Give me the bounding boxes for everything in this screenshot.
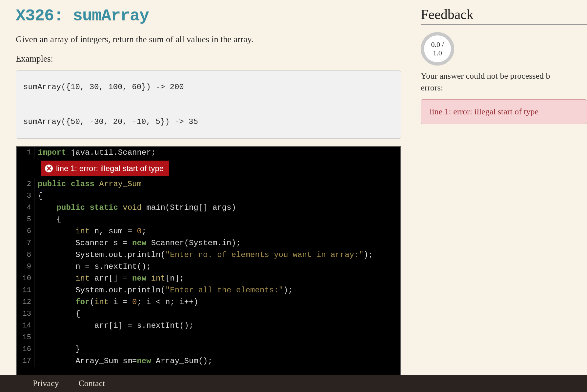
line-number: 10 [17,273,34,284]
code-editor[interactable]: 1import java.util.Scanner;line 1: error:… [16,146,401,382]
code-content[interactable]: Array_Sum sm=new Array_Sum(); [34,355,400,367]
code-content[interactable]: n = s.nextInt(); [34,261,400,273]
code-line[interactable]: 1import java.util.Scanner; [17,147,400,159]
examples-label: Examples: [16,54,401,64]
feedback-message-line1: Your answer could not be processed b [421,71,550,81]
code-content[interactable]: public class Array_Sum [34,178,400,190]
code-line[interactable]: 14 arr[i] = s.nextInt(); [17,320,400,332]
code-content[interactable]: public static void main(String[] args) [34,202,400,214]
code-content[interactable]: System.out.println("Enter no. of element… [34,249,400,261]
line-number: 4 [17,202,34,214]
line-number: 11 [17,284,34,296]
code-content[interactable]: for(int i = 0; i < n; i++) [34,296,400,308]
feedback-heading: Feedback [421,7,587,25]
code-line[interactable]: 12 for(int i = 0; i < n; i++) [17,296,400,308]
error-icon [45,165,53,172]
code-line[interactable]: 16 } [17,343,400,355]
code-line[interactable]: 2public class Array_Sum [17,178,400,190]
inline-error-badge[interactable]: line 1: error: illegal start of type [41,161,169,176]
footer-link-contact[interactable]: Contact [78,379,105,388]
code-line[interactable]: 5 { [17,214,400,225]
problem-description: Given an array of integers, return the s… [16,34,401,45]
code-content[interactable]: System.out.println("Enter all the elemen… [34,284,400,296]
code-content[interactable]: } [34,343,400,355]
problem-title: X326: sumArray [16,7,401,25]
compile-error-box: line 1: error: illegal start of type [421,99,587,124]
score-total: 1.0 [433,49,442,57]
feedback-message-line2: errors: [421,83,443,92]
line-number: 16 [17,343,34,355]
line-number: 2 [17,178,34,190]
line-number: 5 [17,214,34,225]
line-number: 9 [17,261,34,273]
code-line[interactable]: 7 Scanner s = new Scanner(System.in); [17,237,400,249]
code-content[interactable] [34,332,400,343]
line-number: 8 [17,249,34,261]
line-number: 6 [17,225,34,237]
code-line[interactable]: 3{ [17,190,400,202]
code-content[interactable]: { [34,308,400,320]
inline-error-text: line 1: error: illegal start of type [56,164,164,173]
code-line[interactable]: 15 [17,332,400,343]
code-content[interactable]: import java.util.Scanner; [34,147,400,159]
examples-box: sumArray({10, 30, 100, 60}) -> 200 sumAr… [16,70,401,139]
score-ring: 0.0 / 1.0 [421,32,454,66]
line-number: 17 [17,355,34,367]
code-content[interactable]: int arr[] = new int[n]; [34,273,400,284]
score-earned: 0.0 / [431,40,444,49]
code-line[interactable]: 8 System.out.println("Enter no. of eleme… [17,249,400,261]
code-line[interactable]: 10 int arr[] = new int[n]; [17,273,400,284]
code-line[interactable]: 11 System.out.println("Enter all the ele… [17,284,400,296]
line-number: 12 [17,296,34,308]
code-content[interactable]: int n, sum = 0; [34,225,400,237]
code-line[interactable]: 4 public static void main(String[] args) [17,202,400,214]
code-line[interactable]: 13 { [17,308,400,320]
line-number: 15 [17,332,34,343]
code-content[interactable]: { [34,190,400,202]
footer-bar: Privacy Contact [0,375,587,392]
line-number: 3 [17,190,34,202]
code-line[interactable]: 17 Array_Sum sm=new Array_Sum(); [17,355,400,367]
line-number: 1 [17,147,34,159]
code-line[interactable]: 6 int n, sum = 0; [17,225,400,237]
code-line[interactable]: 9 n = s.nextInt(); [17,261,400,273]
code-content[interactable]: arr[i] = s.nextInt(); [34,320,400,332]
feedback-message: Your answer could not be processed b err… [421,70,587,94]
line-number: 13 [17,308,34,320]
line-number: 14 [17,320,34,332]
code-content[interactable]: Scanner s = new Scanner(System.in); [34,237,400,249]
line-number: 7 [17,237,34,249]
code-content[interactable]: { [34,214,400,225]
footer-link-privacy[interactable]: Privacy [33,379,59,388]
